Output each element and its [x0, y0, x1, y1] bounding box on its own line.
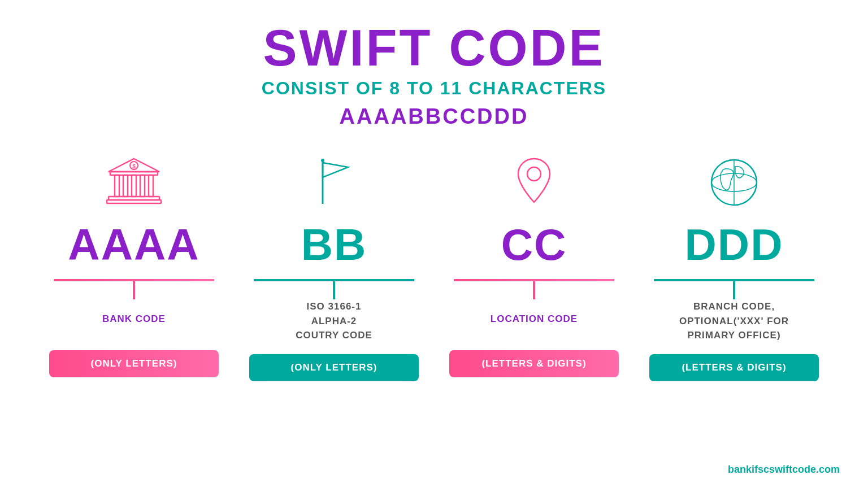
- col2-description: ISO 3166-1ALPHA-2COUTRY CODE: [296, 299, 372, 343]
- column-branch-code: DDD BRANCH CODE,OPTIONAL('XXX' FORPRIMAR…: [634, 151, 834, 381]
- col2-stem: [333, 281, 335, 299]
- col2-code: BB: [301, 219, 367, 271]
- col4-badge: (LETTERS & DIGITS): [649, 354, 819, 381]
- svg-rect-5: [123, 175, 128, 197]
- col4-stem: [733, 281, 735, 299]
- col3-code: CC: [501, 219, 567, 271]
- location-icon: [503, 151, 565, 213]
- flag-icon: [303, 151, 365, 213]
- svg-rect-4: [115, 175, 119, 197]
- col1-badge: (ONLY LETTERS): [49, 350, 219, 377]
- globe-icon: [703, 151, 765, 213]
- main-container: SWIFT CODE CONSIST OF 8 TO 11 CHARACTERS…: [0, 0, 868, 488]
- col1-code: AAAA: [68, 219, 199, 271]
- col3-badge: (LETTERS & DIGITS): [449, 350, 619, 377]
- col4-description: BRANCH CODE,OPTIONAL('XXX' FORPRIMARY OF…: [679, 299, 789, 343]
- svg-point-12: [321, 159, 324, 162]
- columns-wrapper: $ AAAA: [0, 151, 868, 381]
- column-location-code: CC LOCATION CODE (LETTERS & DIGITS): [434, 151, 634, 377]
- svg-point-13: [527, 167, 541, 181]
- code-pattern: AAAABBCCDDD: [340, 104, 529, 129]
- col1-stem: [133, 281, 135, 299]
- col4-code: DDD: [685, 219, 784, 271]
- svg-text:$: $: [132, 163, 136, 169]
- col2-badge: (ONLY LETTERS): [249, 354, 419, 381]
- bank-icon: $: [103, 151, 165, 213]
- column-country-code: BB ISO 3166-1ALPHA-2COUTRY CODE (ONLY LE…: [234, 151, 434, 381]
- svg-rect-10: [107, 200, 161, 203]
- col3-stem: [533, 281, 535, 299]
- column-bank-code: $ AAAA: [34, 151, 234, 377]
- svg-rect-7: [140, 175, 145, 197]
- col3-description: LOCATION CODE: [491, 299, 578, 339]
- svg-rect-8: [149, 175, 153, 197]
- page-title: SWIFT CODE: [263, 23, 605, 73]
- subtitle: CONSIST OF 8 TO 11 CHARACTERS: [262, 78, 606, 99]
- footer-url: bankifscswiftcode.com: [728, 464, 840, 476]
- svg-rect-6: [132, 175, 136, 197]
- col1-description: BANK CODE: [102, 299, 166, 339]
